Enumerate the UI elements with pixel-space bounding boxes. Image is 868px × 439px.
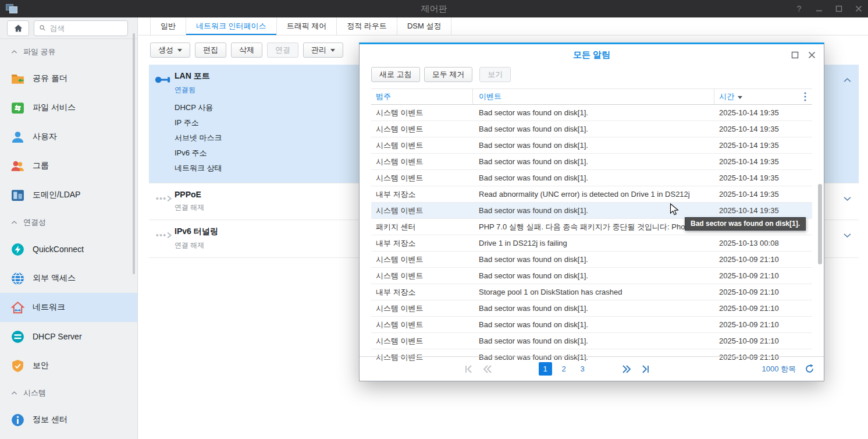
- interface-status[interactable]: 연결됨: [175, 85, 210, 95]
- minimize-icon[interactable]: [813, 3, 825, 15]
- page-button-1[interactable]: 1: [539, 362, 552, 376]
- sidebar-item-dhcp-server[interactable]: DHCP Server: [0, 322, 137, 351]
- notification-row[interactable]: 시스템 이벤트 Bad sector was found on disk[1].…: [371, 333, 812, 349]
- sidebar-item-quickconnect[interactable]: QuickConnect: [0, 235, 137, 264]
- notification-event: Bad sector was found on disk[1].: [473, 157, 714, 166]
- expand-chevron-down-icon[interactable]: [843, 193, 852, 204]
- notification-category: 시스템 이벤트: [371, 271, 473, 281]
- sidebar-item-external-access[interactable]: 외부 액세스: [0, 264, 137, 293]
- previous-page-icon[interactable]: [481, 362, 495, 376]
- notification-row[interactable]: 시스템 이벤트 Bad sector was found on disk[1].…: [371, 300, 812, 317]
- delete-button[interactable]: 삭제: [231, 43, 262, 58]
- notification-row[interactable]: 시스템 이벤트 Bad sector was found on disk[1].…: [371, 252, 812, 268]
- tooltip-text: Bad sector was found on disk[1].: [691, 220, 800, 228]
- expand-chevron-down-icon[interactable]: [843, 230, 852, 240]
- sidebar-item-info-center[interactable]: 정보 센터: [0, 405, 137, 434]
- notification-category: 내부 저장소: [371, 238, 473, 249]
- notification-time: 2025-10-14 19:35: [714, 141, 812, 150]
- notification-event: Bad sector was found on disk[1].: [473, 337, 714, 345]
- notification-event: PHP 7.0 실행 실패. 다음 종속 패키지가 중단될 것입니다: Phot…: [473, 222, 714, 232]
- edit-button[interactable]: 편집: [195, 43, 226, 58]
- notification-row[interactable]: 시스템 이벤트 Bad sector was found on disk[1].…: [371, 203, 812, 219]
- section-header-system[interactable]: 시스템: [0, 380, 137, 405]
- notification-row[interactable]: 시스템 이벤트 Bad sector was found on disk[1].…: [371, 268, 812, 284]
- column-time[interactable]: 시간: [714, 91, 798, 102]
- create-button[interactable]: 생성: [150, 43, 190, 58]
- sidebar-item-file-services[interactable]: 파일 서비스: [0, 93, 137, 122]
- column-category[interactable]: 범주: [371, 89, 473, 104]
- column-options-icon[interactable]: [798, 92, 812, 101]
- maximize-icon[interactable]: [833, 3, 845, 15]
- button-label: 삭제: [239, 45, 254, 55]
- first-page-icon[interactable]: [461, 362, 475, 376]
- notification-event: Bad sector was found on disk[1].: [473, 141, 714, 150]
- sidebar-item-user[interactable]: 사용자: [0, 122, 137, 151]
- notification-time: 2025-10-09 21:10: [714, 304, 812, 313]
- search-input[interactable]: [49, 24, 123, 33]
- desktop: 제어판 ? 파일 공유: [0, 0, 868, 439]
- manage-button[interactable]: 관리: [303, 43, 343, 58]
- section-label: 시스템: [23, 388, 46, 398]
- section-header-file-sharing[interactable]: 파일 공유: [0, 39, 137, 64]
- sidebar-scrollbar[interactable]: [133, 33, 135, 274]
- notification-time: 2025-10-14 19:35: [714, 108, 812, 117]
- sidebar-item-theme[interactable]: 테마: [0, 434, 137, 439]
- notification-row[interactable]: 내부 저장소 Read abnormality (UNC error) is d…: [371, 186, 812, 203]
- all-notifications-dialog: 모든 알림 새로 고침 모두 제거 보기 범주: [359, 43, 824, 381]
- notification-row[interactable]: 내부 저장소 Storage pool 1 on DiskStation has…: [371, 284, 812, 300]
- notification-category: 시스템 이벤트: [371, 173, 473, 183]
- connect-button[interactable]: 연결: [267, 43, 298, 58]
- dialog-titlebar[interactable]: 모든 알림: [360, 44, 824, 65]
- shield-icon: [10, 358, 25, 373]
- collapse-chevron-up-icon[interactable]: [843, 75, 852, 85]
- info-icon: [10, 412, 25, 427]
- notification-row[interactable]: 시스템 이벤트 Bad sector was found on disk[1].…: [371, 121, 812, 137]
- shared-folder-icon: [10, 71, 25, 86]
- button-label: 보기: [488, 69, 503, 80]
- notification-row[interactable]: 시스템 이벤트 Bad sector was found on disk[1].…: [371, 170, 812, 186]
- notification-event: Drive 1 in DS212j is failing: [473, 239, 714, 247]
- last-page-icon[interactable]: [639, 362, 653, 376]
- reload-list-icon[interactable]: [805, 364, 814, 374]
- notification-category: 시스템 이벤트: [371, 124, 473, 134]
- page-button-2[interactable]: 2: [557, 362, 571, 376]
- column-label: 이벤트: [479, 91, 501, 102]
- next-page-icon[interactable]: [620, 362, 634, 376]
- chevron-up-icon: [11, 49, 17, 54]
- close-icon[interactable]: [852, 3, 865, 15]
- tab-dsm-settings[interactable]: DSM 설정: [397, 17, 452, 35]
- sidebar-search-row: [0, 17, 137, 39]
- section-header-connectivity[interactable]: 연결성: [0, 210, 137, 235]
- view-button[interactable]: 보기: [479, 67, 511, 82]
- search-box[interactable]: [34, 20, 128, 36]
- tab-general[interactable]: 일반: [150, 17, 186, 35]
- clear-all-button[interactable]: 모두 제거: [424, 67, 473, 82]
- notification-row[interactable]: 시스템 이벤트 Bad sector was found on disk[1].…: [371, 317, 812, 333]
- column-label: 범주: [376, 91, 391, 102]
- modal-scrollbar-thumb[interactable]: [818, 184, 822, 264]
- home-icon: [13, 23, 23, 33]
- sidebar-item-domain-ldap[interactable]: 도메인/LDAP: [0, 180, 137, 210]
- page-button-3[interactable]: 3: [576, 362, 589, 376]
- sidebar-item-group[interactable]: 그룹: [0, 151, 137, 180]
- dialog-maximize-icon[interactable]: [791, 51, 799, 59]
- column-event[interactable]: 이벤트: [473, 89, 714, 104]
- tab-static-route[interactable]: 정적 라우트: [337, 17, 397, 35]
- notification-row[interactable]: 시스템 이벤트 Bad sector was found on disk[1].…: [371, 105, 812, 121]
- help-icon[interactable]: ?: [793, 3, 805, 15]
- notification-row[interactable]: 시스템 이벤트 Bad sector was found on disk[1].…: [371, 137, 812, 154]
- dhcp-server-icon: [10, 329, 25, 344]
- notification-time: 2025-10-14 19:35: [714, 174, 812, 182]
- sidebar-item-security[interactable]: 보안: [0, 351, 137, 380]
- notification-row[interactable]: 시스템 이벤트 Bad sector was found on disk[1].…: [371, 154, 812, 170]
- window-title: 제어판: [0, 0, 868, 17]
- home-button[interactable]: [7, 20, 29, 36]
- tab-traffic-control[interactable]: 트래픽 제어: [277, 17, 337, 35]
- notification-row[interactable]: 내부 저장소 Drive 1 in DS212j is failing 2025…: [371, 235, 812, 252]
- sidebar-item-network[interactable]: 네트워크: [0, 293, 137, 322]
- sidebar-item-label: 파일 서비스: [33, 102, 76, 113]
- dialog-close-icon[interactable]: [808, 51, 816, 59]
- sidebar-item-shared-folder[interactable]: 공유 폴더: [0, 64, 137, 93]
- refresh-button[interactable]: 새로 고침: [371, 67, 420, 82]
- tab-network-interface[interactable]: 네트워크 인터페이스: [186, 17, 277, 35]
